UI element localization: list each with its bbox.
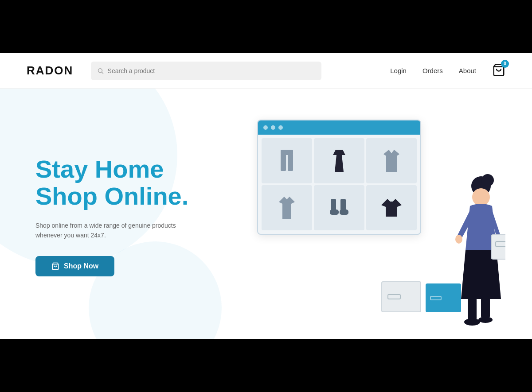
product-cell-1 — [262, 138, 312, 183]
svg-rect-16 — [481, 297, 490, 319]
hero-left: Stay Home Shop Online. Shop online from … — [35, 155, 248, 277]
tshirt-icon — [381, 199, 402, 217]
cart-button[interactable]: 0 — [492, 63, 505, 78]
product-cell-6 — [366, 185, 417, 230]
bottom-bar — [0, 339, 532, 392]
browser-mockup — [257, 120, 421, 235]
shop-now-button[interactable]: Shop Now — [35, 256, 114, 276]
search-input[interactable] — [108, 67, 316, 74]
trousers-icon — [279, 150, 295, 172]
svg-point-0 — [98, 68, 102, 72]
svg-rect-5 — [281, 154, 286, 171]
shirt-icon — [279, 197, 295, 219]
nav-about[interactable]: About — [459, 67, 476, 74]
boxes-group — [381, 281, 461, 312]
nav-links: Login Orders About 0 — [390, 63, 505, 78]
nav-login[interactable]: Login — [390, 67, 407, 74]
svg-point-18 — [478, 317, 493, 323]
dress-icon — [331, 150, 347, 172]
box-white — [381, 281, 421, 312]
svg-point-17 — [464, 318, 480, 326]
nav-orders[interactable]: Orders — [422, 67, 443, 74]
browser-topbar — [258, 120, 420, 135]
socks-icon — [328, 199, 350, 217]
svg-rect-15 — [468, 297, 477, 321]
search-icon — [97, 67, 104, 74]
svg-rect-9 — [340, 199, 346, 211]
coat-icon — [383, 150, 399, 172]
browser-body — [258, 135, 420, 234]
navbar: RADON Login Orders About 0 — [0, 53, 532, 89]
browser-dot-2 — [271, 125, 275, 130]
browser-dot-3 — [278, 125, 283, 130]
hero-subtitle: Shop online from a wide range of genuine… — [35, 221, 204, 241]
box-blue-handle — [430, 296, 442, 300]
cart-badge: 0 — [501, 60, 509, 68]
svg-point-12 — [472, 188, 490, 206]
brand-logo: RADON — [27, 64, 73, 78]
bag-icon — [51, 262, 59, 270]
main-content: RADON Login Orders About 0 — [0, 53, 532, 339]
box-blue — [426, 283, 461, 312]
svg-line-1 — [102, 72, 103, 73]
browser-dot-1 — [263, 125, 268, 130]
svg-point-13 — [481, 174, 494, 186]
product-cell-2 — [314, 138, 364, 183]
shop-now-label: Shop Now — [64, 262, 98, 270]
hero-right — [248, 106, 505, 326]
product-cell-4 — [262, 185, 312, 230]
box-white-handle — [387, 294, 401, 299]
svg-rect-7 — [331, 199, 336, 211]
svg-rect-6 — [288, 154, 293, 171]
svg-rect-10 — [340, 210, 348, 215]
search-bar[interactable] — [91, 62, 321, 80]
product-cell-5 — [314, 185, 364, 230]
product-cell-3 — [366, 138, 417, 183]
svg-rect-8 — [330, 210, 339, 215]
svg-point-14 — [455, 235, 462, 244]
hero-title: Stay Home Shop Online. — [35, 155, 248, 210]
hero-section: Stay Home Shop Online. Shop online from … — [0, 89, 532, 339]
top-bar — [0, 0, 532, 53]
